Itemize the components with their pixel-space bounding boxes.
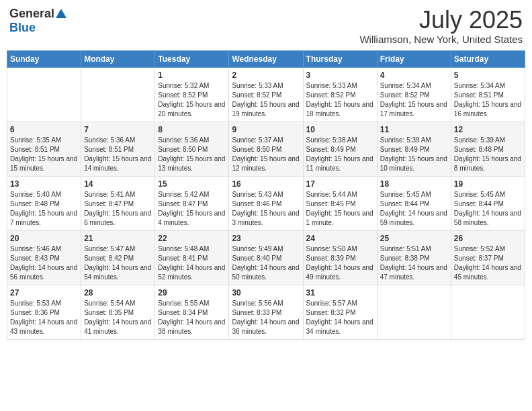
day-number: 2 <box>232 71 300 80</box>
day-info: Sunrise: 5:35 AM Sunset: 8:51 PM Dayligh… <box>10 136 78 173</box>
day-number: 18 <box>380 179 448 189</box>
calendar-cell: 2Sunrise: 5:33 AM Sunset: 8:52 PM Daylig… <box>229 67 303 122</box>
calendar-cell <box>81 67 155 122</box>
day-info: Sunrise: 5:56 AM Sunset: 8:33 PM Dayligh… <box>232 299 300 336</box>
day-number: 8 <box>158 125 226 134</box>
day-info: Sunrise: 5:55 AM Sunset: 8:34 PM Dayligh… <box>158 299 226 336</box>
weekday-header-saturday: Saturday <box>451 50 525 67</box>
weekday-header-tuesday: Tuesday <box>155 50 229 67</box>
day-info: Sunrise: 5:45 AM Sunset: 8:44 PM Dayligh… <box>454 190 522 228</box>
day-info: Sunrise: 5:43 AM Sunset: 8:46 PM Dayligh… <box>232 190 300 228</box>
calendar-cell: 1Sunrise: 5:32 AM Sunset: 8:52 PM Daylig… <box>155 67 229 122</box>
day-info: Sunrise: 5:46 AM Sunset: 8:43 PM Dayligh… <box>10 244 78 282</box>
calendar-cell: 9Sunrise: 5:37 AM Sunset: 8:50 PM Daylig… <box>229 122 303 176</box>
calendar-cell: 7Sunrise: 5:36 AM Sunset: 8:51 PM Daylig… <box>81 122 155 176</box>
day-info: Sunrise: 5:36 AM Sunset: 8:50 PM Dayligh… <box>158 136 226 173</box>
day-number: 14 <box>84 179 152 189</box>
day-number: 9 <box>232 125 300 134</box>
calendar-cell: 16Sunrise: 5:43 AM Sunset: 8:46 PM Dayli… <box>229 176 303 230</box>
calendar-cell: 28Sunrise: 5:54 AM Sunset: 8:35 PM Dayli… <box>81 285 155 339</box>
calendar-cell: 5Sunrise: 5:34 AM Sunset: 8:51 PM Daylig… <box>451 67 525 122</box>
calendar-cell: 25Sunrise: 5:51 AM Sunset: 8:38 PM Dayli… <box>377 230 451 285</box>
day-number: 22 <box>158 234 226 243</box>
calendar-cell <box>7 67 81 122</box>
calendar-week-row: 6Sunrise: 5:35 AM Sunset: 8:51 PM Daylig… <box>7 122 525 176</box>
day-number: 31 <box>306 288 374 298</box>
location-title: Williamson, New York, United States <box>359 34 523 45</box>
weekday-header-monday: Monday <box>81 50 155 67</box>
day-number: 7 <box>84 125 152 134</box>
day-info: Sunrise: 5:51 AM Sunset: 8:38 PM Dayligh… <box>380 244 448 282</box>
page-header: General Blue July 2025 Williamson, New Y… <box>7 7 525 45</box>
calendar-cell: 14Sunrise: 5:41 AM Sunset: 8:47 PM Dayli… <box>81 176 155 230</box>
day-number: 1 <box>158 71 226 80</box>
day-info: Sunrise: 5:57 AM Sunset: 8:32 PM Dayligh… <box>306 299 374 336</box>
calendar-cell: 21Sunrise: 5:47 AM Sunset: 8:42 PM Dayli… <box>81 230 155 285</box>
day-number: 21 <box>84 234 152 243</box>
day-number: 6 <box>10 125 78 134</box>
calendar-cell <box>451 285 525 339</box>
calendar-cell: 26Sunrise: 5:52 AM Sunset: 8:37 PM Dayli… <box>451 230 525 285</box>
calendar-cell <box>377 285 451 339</box>
calendar-cell: 22Sunrise: 5:48 AM Sunset: 8:41 PM Dayli… <box>155 230 229 285</box>
weekday-header-wednesday: Wednesday <box>229 50 303 67</box>
day-number: 13 <box>10 179 78 189</box>
calendar-cell: 30Sunrise: 5:56 AM Sunset: 8:33 PM Dayli… <box>229 285 303 339</box>
day-number: 10 <box>306 125 374 134</box>
day-number: 23 <box>232 234 300 243</box>
day-info: Sunrise: 5:53 AM Sunset: 8:36 PM Dayligh… <box>10 299 78 336</box>
calendar-cell: 11Sunrise: 5:39 AM Sunset: 8:49 PM Dayli… <box>377 122 451 176</box>
day-info: Sunrise: 5:52 AM Sunset: 8:37 PM Dayligh… <box>454 244 522 282</box>
calendar-cell: 27Sunrise: 5:53 AM Sunset: 8:36 PM Dayli… <box>7 285 81 339</box>
day-number: 29 <box>158 288 226 298</box>
day-info: Sunrise: 5:50 AM Sunset: 8:39 PM Dayligh… <box>306 244 374 282</box>
calendar-cell: 6Sunrise: 5:35 AM Sunset: 8:51 PM Daylig… <box>7 122 81 176</box>
calendar-cell: 29Sunrise: 5:55 AM Sunset: 8:34 PM Dayli… <box>155 285 229 339</box>
calendar-cell: 3Sunrise: 5:33 AM Sunset: 8:52 PM Daylig… <box>303 67 377 122</box>
day-number: 12 <box>454 125 522 134</box>
weekday-header-row: SundayMondayTuesdayWednesdayThursdayFrid… <box>7 50 525 67</box>
calendar-cell: 19Sunrise: 5:45 AM Sunset: 8:44 PM Dayli… <box>451 176 525 230</box>
day-info: Sunrise: 5:39 AM Sunset: 8:49 PM Dayligh… <box>380 136 448 173</box>
day-info: Sunrise: 5:32 AM Sunset: 8:52 PM Dayligh… <box>158 81 226 119</box>
day-info: Sunrise: 5:40 AM Sunset: 8:48 PM Dayligh… <box>10 190 78 228</box>
day-info: Sunrise: 5:45 AM Sunset: 8:44 PM Dayligh… <box>380 190 448 228</box>
day-info: Sunrise: 5:49 AM Sunset: 8:40 PM Dayligh… <box>232 244 300 282</box>
month-title: July 2025 <box>359 7 523 34</box>
day-number: 5 <box>454 71 522 80</box>
day-info: Sunrise: 5:47 AM Sunset: 8:42 PM Dayligh… <box>84 244 152 282</box>
calendar-cell: 31Sunrise: 5:57 AM Sunset: 8:32 PM Dayli… <box>303 285 377 339</box>
logo-triangle-icon <box>56 9 66 18</box>
day-number: 4 <box>380 71 448 80</box>
calendar-cell: 24Sunrise: 5:50 AM Sunset: 8:39 PM Dayli… <box>303 230 377 285</box>
calendar-cell: 12Sunrise: 5:39 AM Sunset: 8:48 PM Dayli… <box>451 122 525 176</box>
day-info: Sunrise: 5:33 AM Sunset: 8:52 PM Dayligh… <box>232 81 300 119</box>
day-info: Sunrise: 5:33 AM Sunset: 8:52 PM Dayligh… <box>306 81 374 119</box>
calendar-week-row: 27Sunrise: 5:53 AM Sunset: 8:36 PM Dayli… <box>7 285 525 339</box>
day-info: Sunrise: 5:34 AM Sunset: 8:51 PM Dayligh… <box>454 81 522 119</box>
day-number: 16 <box>232 179 300 189</box>
calendar-cell: 8Sunrise: 5:36 AM Sunset: 8:50 PM Daylig… <box>155 122 229 176</box>
day-number: 25 <box>380 234 448 243</box>
weekday-header-thursday: Thursday <box>303 50 377 67</box>
day-number: 27 <box>10 288 78 298</box>
day-info: Sunrise: 5:37 AM Sunset: 8:50 PM Dayligh… <box>232 136 300 173</box>
day-info: Sunrise: 5:41 AM Sunset: 8:47 PM Dayligh… <box>84 190 152 228</box>
day-info: Sunrise: 5:38 AM Sunset: 8:49 PM Dayligh… <box>306 136 374 173</box>
day-info: Sunrise: 5:48 AM Sunset: 8:41 PM Dayligh… <box>158 244 226 282</box>
day-number: 15 <box>158 179 226 189</box>
day-number: 28 <box>84 288 152 298</box>
day-number: 30 <box>232 288 300 298</box>
weekday-header-friday: Friday <box>377 50 451 67</box>
day-info: Sunrise: 5:36 AM Sunset: 8:51 PM Dayligh… <box>84 136 152 173</box>
day-info: Sunrise: 5:54 AM Sunset: 8:35 PM Dayligh… <box>84 299 152 336</box>
calendar-week-row: 13Sunrise: 5:40 AM Sunset: 8:48 PM Dayli… <box>7 176 525 230</box>
day-info: Sunrise: 5:44 AM Sunset: 8:45 PM Dayligh… <box>306 190 374 228</box>
day-info: Sunrise: 5:34 AM Sunset: 8:52 PM Dayligh… <box>380 81 448 119</box>
day-number: 24 <box>306 234 374 243</box>
calendar-cell: 17Sunrise: 5:44 AM Sunset: 8:45 PM Dayli… <box>303 176 377 230</box>
logo: General Blue <box>9 7 66 35</box>
calendar-cell: 15Sunrise: 5:42 AM Sunset: 8:47 PM Dayli… <box>155 176 229 230</box>
logo-general-text: General <box>9 7 54 21</box>
day-number: 19 <box>454 179 522 189</box>
